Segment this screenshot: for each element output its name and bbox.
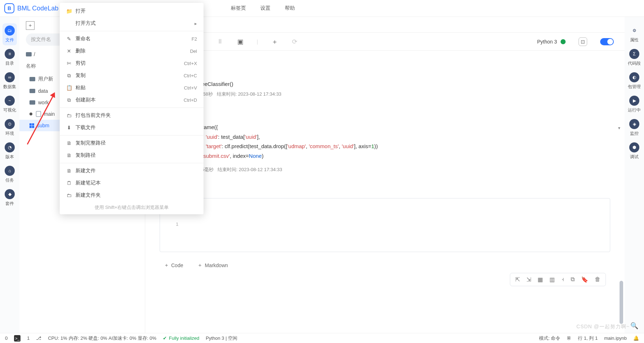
add-code-button[interactable]: ＋Code — [164, 262, 183, 269]
menubar: 标签页 设置 帮助 — [231, 5, 295, 12]
code-cell[interactable]: pd.DataFrame({ 'uuid': test_data['uuid']… — [160, 119, 610, 173]
cell-input[interactable]: pd.DataFrame({ 'uuid': test_data['uuid']… — [160, 119, 610, 164]
cm-paste[interactable]: 📋粘贴Ctrl+V — [60, 82, 204, 94]
blank-icon — [66, 20, 72, 26]
collapse-icon[interactable]: ▾ — [618, 125, 620, 131]
delete-cell-icon[interactable]: 🗑 — [595, 276, 600, 283]
checkpoint-button[interactable]: ⊡ — [579, 37, 587, 46]
new-file-button[interactable]: ＋ — [26, 21, 35, 30]
cm-label: 打开 — [76, 8, 86, 14]
globe-icon: ⊙ — [5, 119, 15, 129]
current-file: main.ipynb — [604, 335, 627, 341]
file-label: main — [44, 111, 55, 117]
cm-new-notebook[interactable]: 🗒新建笔记本 — [60, 177, 204, 189]
cm-copy-path[interactable]: 🗎复制路径 — [60, 149, 204, 161]
cm-copy-full-path[interactable]: 🗎复制完整路径 — [60, 137, 204, 149]
notifications-icon[interactable]: 🔔 — [633, 335, 639, 341]
notebook-body: ▾ ) ecisionTreeClassifier() 行时长: 5.568秒 … — [145, 51, 625, 333]
rail-label: 目录 — [5, 60, 14, 67]
rail-env[interactable]: ⊙环境 — [3, 117, 17, 139]
problems-count[interactable]: 0 — [5, 335, 8, 341]
cm-new-folder[interactable]: 🗀新建文件夹 — [60, 189, 204, 201]
code-cell-empty[interactable]: [ ] 1 — [160, 198, 610, 252]
move-down-icon[interactable]: ⇲ — [526, 276, 531, 283]
folder-icon — [29, 77, 35, 81]
rail-running[interactable]: ▶运行中 — [627, 93, 641, 115]
rail-kit[interactable]: ◆套件 — [3, 187, 17, 209]
stop-button[interactable]: ▣ — [237, 38, 244, 45]
separator — [60, 31, 204, 31]
rail-debug[interactable]: ⬢调试 — [627, 140, 641, 162]
cm-label: 删除 — [76, 48, 86, 54]
rail-props[interactable]: ⚙属性 — [627, 23, 641, 45]
interrupt-button[interactable]: ⏸ — [216, 38, 224, 45]
rail-files[interactable]: 🗂文件 — [3, 23, 17, 45]
rail-dataset[interactable]: ∞数据集 — [3, 70, 17, 92]
rail-label: 代码段 — [628, 60, 641, 67]
rail-snippet[interactable]: Σ代码段 — [627, 47, 641, 69]
add-markdown-button[interactable]: ＋Markdown — [197, 262, 228, 269]
menu-tabs[interactable]: 标签页 — [231, 5, 246, 12]
rail-pkg[interactable]: ◐包管理 — [627, 70, 641, 92]
add-cell-button[interactable]: ＋ — [271, 38, 278, 45]
notebook-icon: 🗒 — [66, 180, 72, 186]
duplicate-icon: ⧉ — [66, 97, 72, 103]
cm-rename[interactable]: ✎重命名F2 — [60, 33, 204, 45]
cm-copy[interactable]: ⧉复制Ctrl+C — [60, 69, 204, 82]
newfolder-icon: 🗀 — [66, 192, 72, 198]
check-icon: ✔ — [163, 335, 167, 341]
cm-open-with[interactable]: 打开方式▸ — [60, 17, 204, 29]
scrollbar-thumb[interactable] — [620, 281, 623, 324]
kernel-indicator[interactable]: Python 3 — [537, 39, 566, 45]
init-status: ✔Fully initialized — [163, 335, 200, 341]
cm-archive[interactable]: 🗀打包当前文件夹 — [60, 109, 204, 122]
cm-download[interactable]: ⬇下载文件 — [60, 122, 204, 134]
rail-label: 监控 — [630, 131, 639, 137]
cm-label: 复制完整路径 — [76, 140, 106, 146]
cell-status: 行时长: 365毫秒 结束时间: 2023-08-12 17:34:33 — [160, 164, 610, 173]
move-up-icon[interactable]: ⇱ — [515, 276, 520, 283]
list-icon: ≡ — [5, 49, 15, 59]
cm-label: 打包当前文件夹 — [76, 112, 111, 119]
cm-new-file[interactable]: 🗎新建文件 — [60, 165, 204, 177]
plus-icon: ＋ — [197, 262, 202, 269]
code-cell[interactable]: ) ecisionTreeClassifier() 行时长: 5.568秒 结束… — [160, 56, 610, 97]
kernel-status-dot-icon — [561, 39, 566, 44]
split-icon[interactable]: ⫞ — [561, 276, 564, 283]
cm-open[interactable]: 📁打开 — [60, 5, 204, 17]
rail-task[interactable]: ⌂任务 — [3, 164, 17, 186]
code-icon[interactable]: ▦ — [538, 276, 543, 283]
markdown-icon[interactable]: ▥ — [549, 276, 555, 283]
cm-label: 粘贴 — [76, 84, 86, 91]
git-icon[interactable]: ⎇ — [36, 335, 41, 341]
app-title: BML CodeLab — [17, 5, 58, 12]
modified-dot-icon — [29, 113, 32, 115]
rail-label: 数据集 — [3, 84, 16, 90]
cm-cut[interactable]: ✄剪切Ctrl+X — [60, 57, 204, 69]
rail-toc[interactable]: ≡目录 — [3, 47, 17, 69]
shortcut: F2 — [192, 36, 197, 42]
rail-version[interactable]: ◔版本 — [3, 140, 17, 162]
kernel-status[interactable]: Python 3 | 空闲 — [206, 335, 237, 342]
trust-icon[interactable]: ⛨ — [567, 335, 571, 341]
files-icon: 🗂 — [5, 26, 15, 36]
copy-cell-icon[interactable]: ⧉ — [571, 276, 575, 283]
terminals-count[interactable]: 1 — [27, 335, 29, 341]
menu-settings[interactable]: 设置 — [260, 5, 270, 12]
menu-help[interactable]: 帮助 — [285, 5, 295, 12]
watermark: CSDN @一起努力啊~ — [576, 324, 630, 330]
plus-icon: ＋ — [164, 262, 169, 269]
cell-input[interactable]: [ ] 1 — [160, 198, 610, 252]
separator — [60, 108, 204, 108]
cm-duplicate[interactable]: ⧉创建副本Ctrl+D — [60, 94, 204, 106]
sync-button[interactable]: ⟳ — [291, 38, 298, 45]
main-area: pynb✕ ＋ ⋮ ▷ ↻ ⟳ ⏸ ▣ | ＋ ⟳ Python 3 ⊡ ▾ )… — [145, 17, 625, 333]
crumb-text: / — [34, 51, 35, 57]
rail-label: 运行中 — [628, 107, 641, 113]
autosave-toggle[interactable] — [600, 38, 614, 45]
rail-monitor[interactable]: ◈监控 — [627, 117, 641, 139]
rail-visual[interactable]: ~可视化 — [3, 93, 17, 115]
terminal-icon[interactable]: >_ — [14, 335, 20, 342]
cm-delete[interactable]: ✕删除Del — [60, 45, 204, 57]
bookmark-icon[interactable]: 🔖 — [581, 276, 588, 283]
